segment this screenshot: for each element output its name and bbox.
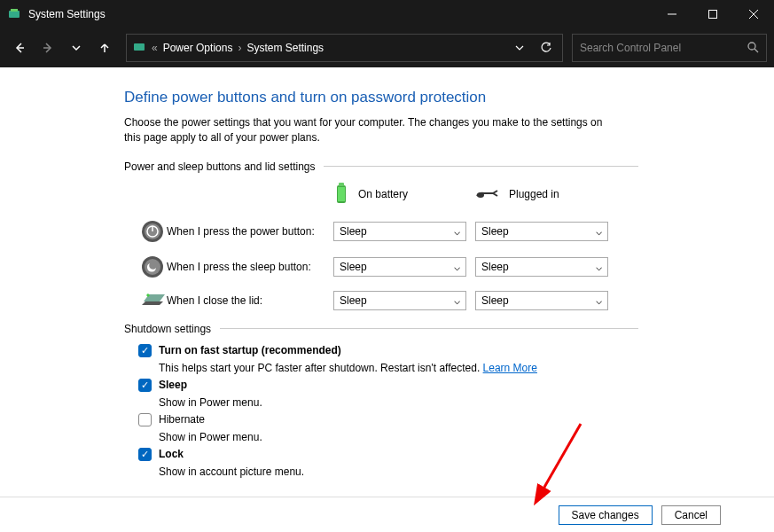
- address-icon: [132, 40, 146, 57]
- plug-icon: [475, 187, 500, 202]
- recent-button[interactable]: [64, 35, 89, 60]
- window-title: System Settings: [28, 8, 652, 20]
- power-button-plugged-select[interactable]: Sleep⌵: [475, 222, 608, 241]
- app-icon: [7, 7, 21, 21]
- lock-item: Lock: [138, 448, 638, 461]
- sleep-button-icon: [138, 255, 167, 278]
- title-bar: System Settings: [0, 0, 774, 28]
- sleep-button-plugged-select[interactable]: Sleep⌵: [475, 257, 608, 277]
- lock-sub: Show in account picture menu.: [159, 466, 638, 478]
- up-button[interactable]: [92, 35, 117, 60]
- svg-rect-0: [9, 11, 20, 18]
- chevron-down-icon: ⌵: [454, 225, 460, 238]
- chevron-right-icon: ›: [238, 42, 241, 54]
- svg-rect-1: [11, 9, 18, 12]
- row-power-button-label: When I press the power button:: [167, 225, 333, 238]
- refresh-button[interactable]: [536, 37, 557, 59]
- lid-battery-select[interactable]: Sleep⌵: [333, 291, 466, 310]
- breadcrumb-system-settings[interactable]: System Settings: [246, 42, 324, 54]
- search-box[interactable]: [572, 34, 767, 62]
- search-input[interactable]: [580, 42, 747, 54]
- svg-rect-3: [709, 11, 717, 19]
- svg-point-14: [477, 192, 484, 198]
- breadcrumb-power-options[interactable]: Power Options: [163, 42, 233, 54]
- lid-plugged-select[interactable]: Sleep⌵: [475, 291, 608, 310]
- sleep-button-battery-select[interactable]: Sleep⌵: [333, 257, 466, 277]
- section-power-sleep-header: Power and sleep buttons and lid settings: [124, 160, 638, 173]
- column-headers: On battery Plugged in: [333, 182, 638, 207]
- sleep-item: Sleep: [138, 379, 638, 392]
- lid-icon: [138, 291, 167, 310]
- svg-line-10: [754, 49, 758, 52]
- minimize-button[interactable]: [652, 0, 692, 28]
- forward-button[interactable]: [35, 35, 60, 60]
- footer-bar: Save changes Cancel: [0, 497, 774, 532]
- close-button[interactable]: [733, 0, 774, 28]
- chevron-down-icon: ⌵: [454, 294, 460, 307]
- section-shutdown-header: Shutdown settings: [124, 323, 638, 335]
- chevron-down-icon: ⌵: [454, 261, 460, 273]
- lock-title: Lock: [159, 448, 184, 460]
- power-button-battery-select[interactable]: Sleep⌵: [333, 222, 466, 241]
- col-on-battery-label: On battery: [358, 188, 408, 200]
- svg-point-20: [145, 259, 160, 275]
- address-dropdown-button[interactable]: [509, 37, 530, 59]
- address-bar[interactable]: « Power Options › System Settings: [126, 34, 563, 62]
- row-close-lid: When I close the lid: Sleep⌵ Sleep⌵: [138, 291, 638, 310]
- chevron-down-icon: ⌵: [596, 294, 602, 307]
- svg-rect-13: [338, 187, 345, 201]
- cancel-button[interactable]: Cancel: [661, 505, 721, 525]
- row-sleep-button-label: When I press the sleep button:: [167, 261, 333, 273]
- page-title: Define power buttons and turn on passwor…: [124, 89, 638, 106]
- breadcrumb-sep-icon: «: [152, 42, 158, 54]
- col-plugged-in: Plugged in: [475, 182, 617, 207]
- row-power-button: When I press the power button: Sleep⌵ Sl…: [138, 220, 638, 243]
- hibernate-checkbox[interactable]: [138, 413, 152, 426]
- col-on-battery: On battery: [333, 182, 475, 207]
- svg-rect-8: [134, 43, 145, 51]
- hibernate-title: Hibernate: [159, 413, 205, 426]
- svg-rect-12: [339, 183, 344, 186]
- shutdown-settings: Turn on fast startup (recommended) This …: [138, 344, 638, 478]
- fast-startup-item: Turn on fast startup (recommended): [138, 344, 638, 357]
- hibernate-sub: Show in Power menu.: [159, 431, 638, 443]
- fast-startup-sub: This helps start your PC faster after sh…: [159, 362, 638, 374]
- page-description: Choose the power settings that you want …: [124, 115, 621, 146]
- sleep-checkbox[interactable]: [138, 379, 152, 392]
- content-area: Define power buttons and turn on passwor…: [0, 67, 774, 497]
- learn-more-link[interactable]: Learn More: [483, 362, 537, 374]
- save-changes-button[interactable]: Save changes: [559, 505, 653, 525]
- svg-point-9: [748, 43, 755, 50]
- section-shutdown-label: Shutdown settings: [124, 323, 211, 335]
- section-power-sleep-label: Power and sleep buttons and lid settings: [124, 160, 315, 173]
- row-sleep-button: When I press the sleep button: Sleep⌵ Sl…: [138, 255, 638, 278]
- col-plugged-in-label: Plugged in: [509, 188, 559, 200]
- row-close-lid-label: When I close the lid:: [167, 294, 333, 307]
- fast-startup-checkbox[interactable]: [138, 344, 152, 357]
- sleep-title: Sleep: [159, 379, 187, 391]
- maximize-button[interactable]: [692, 0, 733, 28]
- chevron-down-icon: ⌵: [596, 225, 602, 238]
- fast-startup-title: Turn on fast startup (recommended): [159, 344, 341, 356]
- back-button[interactable]: [7, 35, 32, 60]
- lock-checkbox[interactable]: [138, 448, 152, 461]
- search-icon[interactable]: [747, 41, 759, 56]
- battery-icon: [333, 182, 349, 207]
- sleep-sub: Show in Power menu.: [159, 396, 638, 409]
- navigation-bar: « Power Options › System Settings: [0, 28, 774, 67]
- power-button-icon: [138, 220, 167, 243]
- hibernate-item: Hibernate: [138, 413, 638, 426]
- chevron-down-icon: ⌵: [596, 261, 602, 273]
